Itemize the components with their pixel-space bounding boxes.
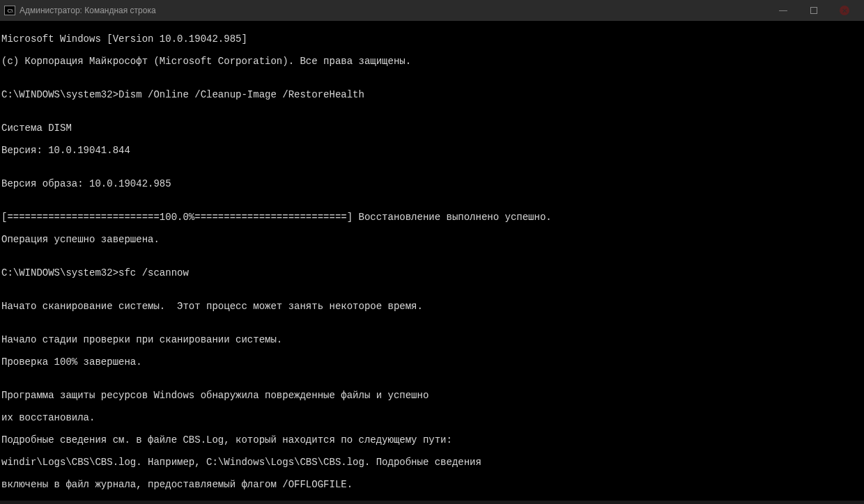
output-line: Операция успешно завершена.	[1, 234, 863, 245]
output-line: их восстановила.	[1, 412, 863, 423]
output-line: Версия образа: 10.0.19042.985	[1, 178, 863, 189]
output-line: Подробные сведения см. в файле CBS.Log, …	[1, 434, 863, 446]
minimize-button[interactable]: —	[768, 0, 799, 21]
output-line: [==========================100.0%=======…	[1, 212, 863, 223]
output-line: Программа защиты ресурсов Windows обнару…	[1, 390, 863, 401]
output-line: Начало стадии проверки при сканировании …	[1, 334, 863, 345]
output-line: Версия: 10.0.19041.844	[1, 145, 863, 156]
close-button[interactable]: ✕	[829, 0, 860, 21]
cmd-window: C:\ Администратор: Командная строка — ✕ …	[0, 0, 864, 504]
output-line: (c) Корпорация Майкрософт (Microsoft Cor…	[1, 56, 863, 67]
output-line: включены в файл журнала, предоставляемый…	[1, 479, 863, 490]
prompt-line: C:\WINDOWS\system32>Dism /Online /Cleanu…	[1, 89, 863, 100]
svg-rect-0	[811, 8, 817, 14]
prompt-line: C:\WINDOWS\system32>sfc /scannow	[1, 267, 863, 278]
terminal-output[interactable]: Microsoft Windows [Version 10.0.19042.98…	[0, 21, 864, 501]
output-line: Cистема DISM	[1, 123, 863, 134]
cmd-icon: C:\	[4, 6, 15, 15]
output-line: Проверка 100% завершена.	[1, 356, 863, 368]
maximize-icon	[810, 7, 817, 14]
output-line: Microsoft Windows [Version 10.0.19042.98…	[1, 33, 863, 45]
titlebar[interactable]: C:\ Администратор: Командная строка — ✕	[0, 0, 864, 21]
output-line: Начато сканирование системы. Этот процес…	[1, 301, 863, 312]
maximize-button[interactable]	[799, 0, 829, 21]
close-icon: ✕	[842, 7, 847, 15]
window-title: Администратор: Командная строка	[20, 6, 156, 15]
output-line: windir\Logs\CBS\CBS.log. Например, C:\Wi…	[1, 457, 863, 468]
bottom-border	[0, 501, 864, 504]
